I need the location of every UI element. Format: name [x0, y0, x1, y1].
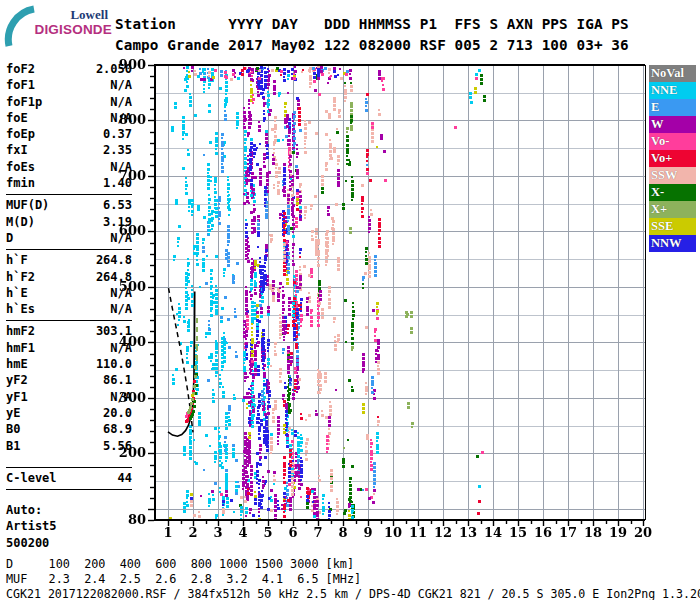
y-tick-label: 80	[112, 512, 146, 527]
y-tick-label: 300	[112, 390, 146, 405]
param-row: foF1N/A	[6, 77, 132, 93]
param-label: fmin	[6, 175, 35, 191]
legend-item-nne: NNE	[649, 82, 696, 99]
param-label: foEp	[6, 126, 35, 142]
digisonde-logo: Lowell DIGISONDE	[4, 4, 114, 48]
x-tick-label: 5	[255, 525, 281, 540]
param-label: hmE	[6, 356, 28, 372]
legend-label: W	[651, 118, 664, 131]
y-tick-label: 500	[112, 279, 146, 294]
param-value: 20.0	[103, 405, 132, 421]
param-row: yE20.0	[6, 405, 132, 421]
param-label: yE	[6, 405, 20, 421]
y-tick-label: 600	[112, 223, 146, 238]
param-row: B068.9	[6, 421, 132, 437]
param-label: D	[6, 230, 13, 246]
param-label: B1	[6, 438, 20, 454]
param-label: M(D)	[6, 214, 35, 230]
x-tick-label: 17	[555, 525, 581, 540]
param-row: MUF(D)6.53	[6, 197, 132, 213]
file-info-footer: CGK21_2017122082000.RSF / 384fx512h 50 k…	[6, 587, 700, 600]
param-row: foF1pN/A	[6, 94, 132, 110]
x-tick-label: 10	[380, 525, 406, 540]
legend-label: Vo-	[651, 135, 669, 148]
param-label: h`F	[6, 252, 28, 268]
param-value: N/A	[110, 94, 132, 110]
param-row: yF286.1	[6, 372, 132, 388]
y-tick-label: 700	[112, 168, 146, 183]
param-label: hmF2	[6, 323, 35, 339]
param-label: yF2	[6, 372, 28, 388]
logo-digisonde-text: DIGISONDE	[34, 22, 112, 37]
param-label: yF1	[6, 389, 28, 405]
legend-item-w: W	[649, 116, 696, 133]
x-tick-label: 1	[155, 525, 181, 540]
param-value: 44	[118, 470, 132, 486]
legend-item-x: X-	[649, 184, 696, 201]
legend-label: NNW	[651, 237, 682, 250]
param-label: h`F2	[6, 269, 35, 285]
x-tick-label: 13	[455, 525, 481, 540]
legend-label: NoVal	[651, 67, 684, 80]
legend-item-vo: Vo+	[649, 150, 696, 167]
legend-label: X+	[651, 203, 667, 216]
x-tick-label: 8	[330, 525, 356, 540]
y-tick-label: 800	[112, 112, 146, 127]
param-row: hmE110.0	[6, 356, 132, 372]
param-divider	[6, 194, 132, 195]
param-row: h`EsN/A	[6, 301, 132, 317]
legend-item-sse: SSE	[649, 218, 696, 235]
param-value: 86.1	[103, 372, 132, 388]
header-field-values: Campo Grande 2017 May02 122 082000 RSF 0…	[115, 37, 629, 53]
param-divider	[6, 489, 132, 490]
x-tick-label: 11	[405, 525, 431, 540]
param-gap	[6, 492, 132, 502]
x-tick-label: 4	[230, 525, 256, 540]
logo-lowell-text: Lowell	[70, 7, 108, 23]
y-tick-label: 400	[112, 334, 146, 349]
parameter-panel: foF22.050foF1N/AfoF1pN/AfoEN/AfoEp0.37fx…	[6, 61, 132, 551]
legend-label: SSE	[651, 220, 673, 233]
x-tick-label: 7	[305, 525, 331, 540]
param-label: Auto:	[6, 502, 42, 518]
param-value: 68.9	[103, 421, 132, 437]
x-tick-label: 16	[530, 525, 556, 540]
x-tick-label: 2	[180, 525, 206, 540]
param-value: 2.35	[103, 142, 132, 158]
muf-scale-row: MUF 2.3 2.4 2.5 2.6 2.8 3.2 4.1 6.5 [MHz…	[6, 572, 361, 586]
param-divider	[6, 320, 132, 321]
param-label: C-level	[6, 470, 57, 486]
param-label: MUF(D)	[6, 197, 49, 213]
distance-scale-row: D 100 200 400 600 800 1000 1500 3000 [km…	[6, 557, 354, 571]
param-label: fxI	[6, 142, 28, 158]
param-label: foF1	[6, 77, 35, 93]
header-field-names: Station YYYY DAY DDD HHMMSS P1 FFS S AXN…	[115, 16, 629, 32]
legend-label: X-	[651, 186, 664, 199]
x-tick-label: 20	[630, 525, 656, 540]
legend-label: NNE	[651, 84, 677, 97]
param-label: hmF1	[6, 340, 35, 356]
param-label: h`Es	[6, 301, 35, 317]
param-row: foEp0.37	[6, 126, 132, 142]
y-tick-label: 900	[112, 57, 146, 72]
legend-item-nnw: NNW	[649, 235, 696, 252]
param-row: C-level44	[6, 470, 132, 486]
legend-label: Vo+	[651, 152, 672, 165]
legend-item-ssw: SSW	[649, 167, 696, 184]
x-tick-label: 19	[605, 525, 631, 540]
legend-label: E	[651, 101, 659, 114]
param-value: 264.8	[96, 252, 132, 268]
param-label: 500200	[6, 535, 49, 551]
param-divider	[6, 249, 132, 250]
legend-item-noval: NoVal	[649, 65, 696, 82]
x-tick-label: 12	[430, 525, 456, 540]
param-label: foF1p	[6, 94, 42, 110]
param-divider	[6, 467, 132, 468]
legend-item-x: X+	[649, 201, 696, 218]
param-value: 6.53	[103, 197, 132, 213]
legend-label: SSW	[651, 169, 677, 182]
x-tick-label: 3	[205, 525, 231, 540]
param-row: h`F264.8	[6, 252, 132, 268]
x-tick-label: 18	[580, 525, 606, 540]
ionogram-plot-canvas	[145, 60, 650, 530]
